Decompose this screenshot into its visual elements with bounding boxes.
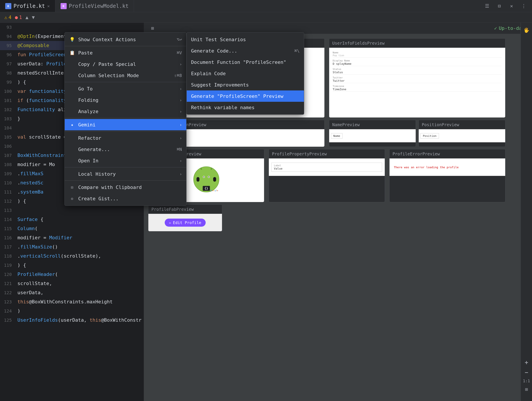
local-history-label: Local History	[78, 171, 175, 177]
folding-icon	[69, 97, 75, 103]
menu-item-paste[interactable]: 📋 Paste ⌘V	[65, 47, 186, 58]
menu-item-refactor[interactable]: Refactor ›	[65, 132, 186, 144]
arrow-goto: ›	[179, 87, 182, 91]
arrow-local-history: ›	[179, 172, 182, 176]
zoom-out-icon[interactable]: −	[523, 369, 531, 376]
tab-viewmodel[interactable]: K ProfileViewModel.kt	[55, 0, 134, 12]
lightbulb-icon: 💡	[69, 36, 75, 43]
submenu-explain-code[interactable]: Explain Code	[187, 68, 304, 79]
divider-6	[65, 180, 186, 181]
document-function-label: Document Function "ProfileScreen"	[191, 59, 286, 65]
fit-screen-icon[interactable]: ⊞	[523, 385, 531, 393]
tab-profile-kt[interactable]: K Profile.kt ×	[0, 0, 55, 12]
generate-code-shortcut: ⌘\	[294, 48, 299, 53]
up-button[interactable]: ▲	[25, 15, 28, 20]
code-line-115: 115 Column(	[0, 224, 144, 233]
paste-shortcut: ⌘V	[177, 50, 182, 55]
tab-label-viewmodel: ProfileViewModel.kt	[69, 3, 129, 9]
menu-item-gemini[interactable]: ✦ Gemini ›	[65, 119, 186, 130]
profile-fab-body: ✏ Edit Profile	[148, 214, 222, 231]
code-line-120: 120 ProfileHeader(	[0, 270, 144, 279]
local-history-icon	[69, 171, 75, 177]
code-line-113: 113	[0, 206, 144, 215]
svg-rect-32	[196, 177, 200, 182]
menu-item-compare-clipboard[interactable]: ⊟ Compare with Clipboard	[65, 182, 186, 193]
error-message: There was an error loading the profile	[392, 164, 460, 171]
checkmark-icon: ✓	[494, 25, 497, 31]
menu-item-go-to[interactable]: Go To ›	[65, 83, 186, 94]
menu-item-generate[interactable]: Generate... ⌘N	[65, 144, 186, 155]
right-sidebar: 🖐 + − 1:1 ⊞	[521, 23, 532, 401]
warnings-bar: ⚠ 4 ● 1 ▲ ▼	[0, 12, 532, 23]
column-shortcut: ⇧⌘8	[174, 73, 182, 78]
code-line-119: 119 ) {	[0, 261, 144, 270]
generate-label: Generate...	[78, 147, 174, 152]
tab-close-profile[interactable]: ×	[47, 3, 50, 9]
svg-text:G: G	[210, 189, 211, 191]
menu-item-folding[interactable]: Folding ›	[65, 94, 186, 106]
explain-code-label: Explain Code	[191, 71, 226, 76]
submenu-unit-test[interactable]: Unit Test Scenarios	[187, 34, 304, 45]
zoom-in-icon[interactable]: +	[523, 358, 531, 366]
menu-item-column-selection[interactable]: Column Selection Mode ⇧⌘8	[65, 70, 186, 81]
profile-property-preview-card: ProfilePropertyPreview Label Value	[269, 149, 385, 202]
android-avatar-medium: {} G o o g l e	[193, 166, 219, 192]
split-view-icon[interactable]: ⊟	[495, 2, 503, 10]
gemini-submenu: Unit Test Scenarios Generate Code... ⌘\ …	[186, 32, 304, 115]
profile-property-title: ProfilePropertyPreview	[269, 149, 385, 159]
tab-label-profile: Profile.kt	[13, 3, 45, 9]
profile-error-body: There was an error loading the profile	[390, 159, 505, 176]
submenu-document-function[interactable]: Document Function "ProfileScreen"	[187, 57, 304, 68]
menu-item-analyze[interactable]: Analyze ›	[65, 106, 186, 117]
edit-icon: ✏	[169, 221, 171, 225]
analyze-label: Analyze	[78, 109, 175, 114]
down-button[interactable]: ▼	[32, 15, 35, 20]
submenu-generate-preview[interactable]: Generate "ProfileScreen" Preview	[187, 90, 304, 102]
copy-paste-label: Copy / Paste Special	[78, 61, 175, 67]
name-preview-value: Name	[331, 133, 342, 139]
profile-property-field: Label Value	[272, 163, 382, 172]
name-preview-title: NamePreview	[329, 120, 416, 129]
field-timezone-value: TimeZone	[333, 88, 502, 92]
edit-profile-fab[interactable]: ✏ Edit Profile	[165, 219, 206, 227]
tab-bar-right: ☰ ⊟ ✕ ⋮	[483, 2, 532, 10]
svg-text:o: o	[213, 189, 214, 191]
go-to-label: Go To	[78, 86, 175, 92]
field-twitter-value: Twitter	[333, 79, 502, 83]
arrow-folding: ›	[179, 98, 182, 102]
menu-item-create-gist[interactable]: ⊙ Create Gist...	[65, 193, 186, 204]
code-line-124: 124 )	[0, 306, 144, 316]
fab-label: Edit Profile	[173, 220, 201, 225]
hamburger-icon[interactable]: ☰	[483, 2, 491, 10]
submenu-generate-code[interactable]: Generate Code... ⌘\	[187, 45, 304, 57]
error-count: 1	[19, 15, 22, 20]
arrow-gemini: ›	[179, 122, 182, 127]
code-line-93: 93	[0, 23, 144, 32]
goto-icon	[69, 86, 75, 92]
preview-toggle-icon[interactable]: ⊞	[148, 24, 157, 33]
column-selection-label: Column Selection Mode	[78, 73, 171, 78]
generate-icon	[69, 146, 75, 152]
menu-item-copy-paste-special[interactable]: Copy / Paste Special ›	[65, 58, 186, 70]
submenu-suggest-improvements[interactable]: Suggest Improvements	[187, 79, 304, 90]
tab-icon-viewmodel: K	[61, 3, 67, 9]
small-preview-pair: NamePreview Name PositionPreview Positio…	[329, 120, 505, 147]
position-preview-title: PositionPreview	[419, 120, 505, 129]
code-line-122: 122 userData,	[0, 288, 144, 297]
open-in-label: Open In	[78, 158, 175, 163]
hand-tool-icon[interactable]: 🖐	[523, 26, 531, 34]
name-preview-body: Name	[329, 129, 416, 142]
user-info-fields-preview-card: UserInfoFieldsPreview Name Pop tion Disp…	[329, 38, 505, 118]
gemini-label: Gemini	[78, 122, 175, 127]
profile-fab-title: ProfileFabPreview	[148, 205, 222, 214]
field-timezone-label: Timezone	[333, 85, 502, 88]
more-options-icon[interactable]: ⋮	[520, 2, 528, 10]
submenu-rethink-variables[interactable]: Rethink variable names	[187, 102, 304, 113]
menu-item-local-history[interactable]: Local History ›	[65, 168, 186, 180]
svg-rect-33	[213, 177, 216, 182]
close-panel-icon[interactable]: ✕	[508, 2, 515, 10]
suggest-improvements-label: Suggest Improvements	[191, 82, 249, 88]
copy-paste-icon	[69, 61, 75, 67]
menu-item-show-context[interactable]: 💡 Show Context Actions ⌥↩	[65, 34, 186, 45]
menu-item-open-in[interactable]: Open In ›	[65, 155, 186, 166]
